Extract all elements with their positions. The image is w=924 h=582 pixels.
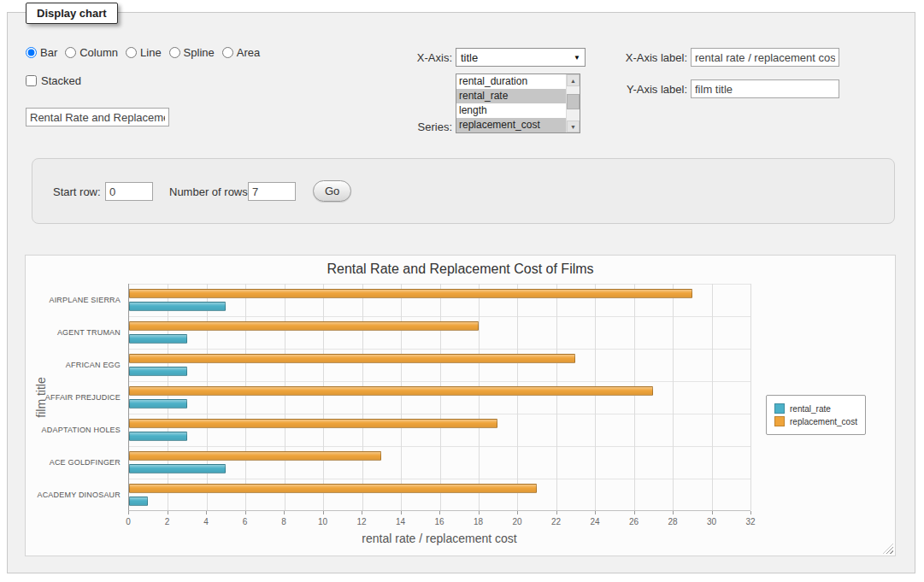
- stacked-checkbox[interactable]: [26, 75, 37, 86]
- value-gridline: [634, 284, 635, 510]
- chart-type-radio-group: Bar Column Line Spline Area: [26, 46, 268, 59]
- x-axis-select-value: title: [461, 51, 478, 64]
- bar-replacement_cost[interactable]: [129, 354, 575, 363]
- value-gridline: [673, 284, 674, 510]
- series-caption: Series:: [375, 121, 452, 133]
- radio-column-label: Column: [79, 46, 118, 59]
- tick-label: 30: [699, 517, 725, 526]
- radio-column[interactable]: Column: [65, 46, 118, 59]
- bar-replacement_cost[interactable]: [129, 484, 537, 493]
- bar-replacement_cost[interactable]: [129, 451, 381, 461]
- radio-bar[interactable]: Bar: [26, 46, 57, 59]
- tick-label: 24: [582, 517, 608, 526]
- category-label: AFFAIR PREJUDICE: [27, 381, 125, 414]
- tick-label: 32: [738, 517, 763, 526]
- value-gridline: [168, 284, 168, 510]
- category-label: AFRICAN EGG: [27, 349, 125, 381]
- category-label: ACE GOLDFINGER: [27, 446, 125, 479]
- num-rows-input[interactable]: [248, 182, 296, 201]
- value-gridline: [712, 284, 713, 510]
- radio-spline-input[interactable]: [169, 47, 180, 58]
- tick-label: 22: [544, 517, 569, 526]
- stacked-label: Stacked: [41, 74, 81, 87]
- fieldset-legend: Display chart: [26, 3, 118, 24]
- tick-mark: [128, 511, 129, 514]
- tick-label: 6: [232, 517, 258, 526]
- tick-mark: [362, 511, 362, 514]
- tick-mark: [712, 511, 713, 514]
- scroll-down-icon[interactable]: ▼: [567, 121, 580, 132]
- radio-spline[interactable]: Spline: [169, 46, 215, 59]
- radio-bar-input[interactable]: [26, 47, 37, 58]
- bar-replacement_cost[interactable]: [129, 289, 692, 298]
- legend-label: replacement_cost: [790, 417, 857, 426]
- tick-mark: [595, 511, 596, 514]
- legend-swatch-replacement_cost: [774, 416, 785, 426]
- resize-handle-icon[interactable]: [883, 544, 893, 554]
- value-gridline: [285, 284, 285, 510]
- radio-area-input[interactable]: [222, 47, 233, 58]
- start-row-input[interactable]: [105, 182, 153, 201]
- tick-mark: [168, 511, 168, 514]
- bar-replacement_cost[interactable]: [129, 386, 653, 396]
- tick-mark: [634, 511, 635, 514]
- tick-label: 14: [388, 517, 414, 526]
- series-option-replacement-cost[interactable]: replacement_cost: [456, 118, 566, 132]
- value-gridline: [595, 284, 596, 510]
- radio-area[interactable]: Area: [222, 46, 260, 59]
- tick-label: 28: [660, 517, 686, 526]
- stacked-option[interactable]: Stacked: [26, 74, 81, 87]
- num-rows-caption: Number of rows:: [169, 185, 250, 198]
- series-option-rental-rate[interactable]: rental_rate: [456, 89, 566, 103]
- bar-replacement_cost[interactable]: [129, 321, 479, 331]
- chart-title: Rental Rate and Replacement Cost of Film…: [26, 262, 895, 277]
- tick-mark: [556, 511, 557, 514]
- bar-replacement_cost[interactable]: [129, 419, 497, 428]
- bar-rental_rate[interactable]: [129, 334, 187, 344]
- legend-swatch-rental_rate: [774, 403, 785, 414]
- tick-mark: [479, 511, 480, 514]
- category-label: AIRPLANE SIERRA: [27, 284, 125, 316]
- y-axis-label-caption: Y-Axis label:: [555, 83, 687, 96]
- tick-mark: [206, 511, 207, 514]
- tick-mark: [750, 511, 751, 514]
- x-axis-caption: X-Axis:: [375, 51, 452, 64]
- series-option-rental-duration[interactable]: rental_duration: [456, 74, 566, 89]
- radio-line[interactable]: Line: [126, 46, 162, 59]
- y-axis-label-input[interactable]: [691, 79, 839, 98]
- chart-legend: rental_ratereplacement_cost: [766, 395, 866, 435]
- radio-spline-label: Spline: [184, 46, 215, 59]
- chart-panel: Rental Rate and Replacement Cost of Film…: [25, 255, 896, 556]
- legend-label: rental_rate: [790, 404, 831, 414]
- chart-title-input[interactable]: [26, 108, 169, 126]
- plot-area: [128, 284, 750, 511]
- scrollbar-thumb[interactable]: [567, 94, 580, 109]
- value-gridline: [479, 284, 480, 510]
- series-option-list: rental_duration rental_rate length repla…: [456, 74, 566, 132]
- tick-mark: [284, 511, 285, 514]
- row-range-panel: Start row: Number of rows: Go: [32, 158, 895, 224]
- tick-label: 0: [115, 517, 141, 526]
- tick-label: 26: [621, 517, 647, 526]
- bar-rental_rate[interactable]: [129, 432, 187, 441]
- tick-mark: [673, 511, 674, 514]
- value-gridline: [401, 284, 402, 510]
- bar-rental_rate[interactable]: [129, 367, 187, 376]
- bar-rental_rate[interactable]: [129, 464, 226, 473]
- tick-mark: [439, 511, 440, 514]
- category-label: AGENT TRUMAN: [27, 316, 125, 349]
- radio-column-input[interactable]: [65, 47, 76, 58]
- tick-mark: [245, 511, 246, 514]
- radio-line-input[interactable]: [126, 47, 137, 58]
- tick-label: 8: [271, 517, 297, 526]
- tick-label: 10: [310, 517, 336, 526]
- go-button[interactable]: Go: [313, 180, 351, 202]
- bar-rental_rate[interactable]: [129, 399, 187, 409]
- x-axis-label-input[interactable]: [691, 48, 839, 67]
- legend-item-rental_rate[interactable]: rental_rate: [774, 403, 857, 414]
- bar-rental_rate[interactable]: [129, 497, 148, 506]
- tick-label: 12: [349, 517, 374, 526]
- series-option-length[interactable]: length: [456, 103, 566, 118]
- legend-item-replacement_cost[interactable]: replacement_cost: [774, 416, 857, 426]
- bar-rental_rate[interactable]: [129, 302, 226, 311]
